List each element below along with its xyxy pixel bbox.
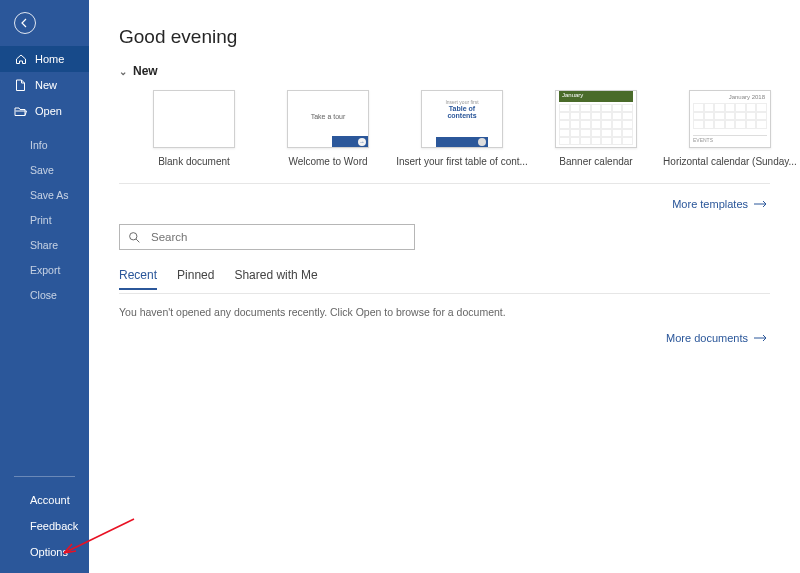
sidebar-item-label: Open bbox=[35, 105, 62, 117]
template-thumbnail bbox=[153, 90, 235, 148]
divider bbox=[14, 476, 75, 477]
search-box[interactable] bbox=[119, 224, 415, 250]
search-icon bbox=[128, 231, 141, 244]
home-icon bbox=[14, 53, 27, 66]
template-banner-calendar[interactable]: January Banner calendar bbox=[555, 90, 637, 167]
divider bbox=[119, 183, 770, 184]
sidebar-item-feedback[interactable]: Feedback bbox=[0, 513, 89, 539]
document-icon bbox=[14, 79, 27, 92]
template-label: Blank document bbox=[158, 156, 230, 167]
more-templates-link[interactable]: More templates bbox=[119, 198, 770, 210]
new-section-toggle[interactable]: ⌄ New bbox=[119, 64, 770, 78]
arrow-right-icon: → bbox=[358, 138, 366, 146]
document-tabs: Recent Pinned Shared with Me bbox=[119, 268, 770, 290]
template-label: Banner calendar bbox=[559, 156, 632, 167]
template-thumbnail: January 2018 EVENTS bbox=[689, 90, 771, 148]
sidebar-item-label: New bbox=[35, 79, 57, 91]
more-documents-link[interactable]: More documents bbox=[119, 332, 770, 344]
sidebar-bottom: Account Feedback Options bbox=[0, 476, 89, 565]
main-content: Good evening ⌄ New Blank document Take a… bbox=[89, 0, 800, 573]
sidebar-item-open[interactable]: Open bbox=[0, 98, 89, 124]
sidebar-item-home[interactable]: Home bbox=[0, 46, 89, 72]
greeting: Good evening bbox=[119, 26, 770, 48]
sidebar-item-options[interactable]: Options bbox=[0, 539, 89, 565]
arrow-right-icon bbox=[754, 200, 768, 208]
template-label: Insert your first table of cont... bbox=[396, 156, 528, 167]
template-horizontal-calendar[interactable]: January 2018 EVENTS Horizontal calendar … bbox=[689, 90, 771, 167]
divider bbox=[119, 293, 770, 294]
svg-point-5 bbox=[130, 232, 137, 239]
sidebar-item-print[interactable]: Print bbox=[0, 207, 89, 232]
sidebar-item-label: Home bbox=[35, 53, 64, 65]
sidebar-item-share[interactable]: Share bbox=[0, 232, 89, 257]
sidebar-secondary: Info Save Save As Print Share Export Clo… bbox=[0, 132, 89, 307]
tab-shared[interactable]: Shared with Me bbox=[234, 268, 317, 290]
template-thumbnail: Insert your first Table of contents bbox=[421, 90, 503, 148]
section-title: New bbox=[133, 64, 158, 78]
tab-pinned[interactable]: Pinned bbox=[177, 268, 214, 290]
search-input[interactable] bbox=[151, 231, 406, 243]
svg-line-6 bbox=[136, 239, 139, 242]
chevron-down-icon: ⌄ bbox=[119, 66, 127, 77]
templates-row: Blank document Take a tour → Welcome to … bbox=[119, 90, 770, 167]
sidebar-item-new[interactable]: New bbox=[0, 72, 89, 98]
sidebar-item-account[interactable]: Account bbox=[0, 487, 89, 513]
arrow-right-icon bbox=[754, 334, 768, 342]
tab-recent[interactable]: Recent bbox=[119, 268, 157, 290]
sidebar-item-info[interactable]: Info bbox=[0, 132, 89, 157]
template-thumbnail: Take a tour → bbox=[287, 90, 369, 148]
template-toc[interactable]: Insert your first Table of contents Inse… bbox=[421, 90, 503, 167]
sidebar-item-save[interactable]: Save bbox=[0, 157, 89, 182]
empty-state-message: You haven't opened any documents recentl… bbox=[119, 306, 770, 318]
template-welcome[interactable]: Take a tour → Welcome to Word bbox=[287, 90, 369, 167]
sidebar-item-export[interactable]: Export bbox=[0, 257, 89, 282]
folder-open-icon bbox=[14, 105, 27, 118]
sidebar: Home New Open Info Save Save As Print Sh… bbox=[0, 0, 89, 573]
template-thumbnail: January bbox=[555, 90, 637, 148]
template-blank[interactable]: Blank document bbox=[153, 90, 235, 167]
template-label: Welcome to Word bbox=[288, 156, 367, 167]
back-button[interactable] bbox=[0, 4, 89, 42]
sidebar-item-saveas[interactable]: Save As bbox=[0, 182, 89, 207]
sidebar-item-close[interactable]: Close bbox=[0, 282, 89, 307]
template-label: Horizontal calendar (Sunday... bbox=[663, 156, 797, 167]
